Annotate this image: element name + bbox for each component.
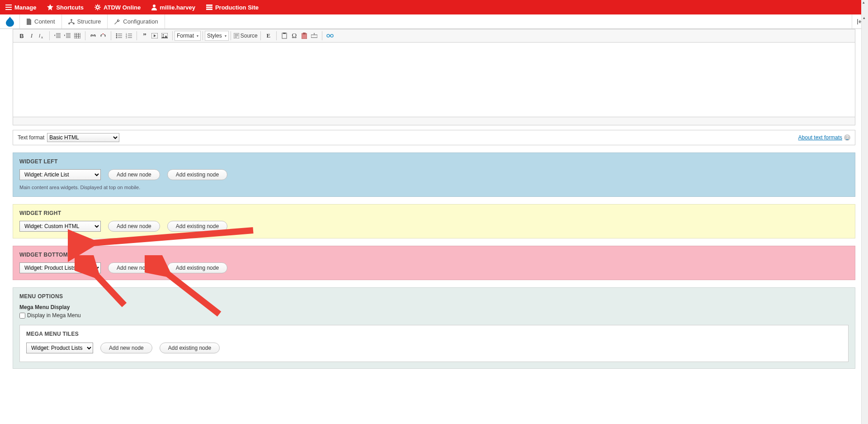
admin-bar: Content Structure Configuration — [0, 14, 868, 29]
menu-options-title: MENU OPTIONS — [19, 293, 849, 300]
atdw-label: ATDW Online — [104, 4, 141, 11]
svg-point-27 — [314, 33, 315, 33]
editor-textarea[interactable] — [13, 43, 855, 117]
manage-label: Manage — [14, 4, 36, 11]
widget-bottom-add-new[interactable]: Add new node — [108, 262, 160, 273]
widget-right-fieldset: WIDGET RIGHT Widget: Custom HTML Add new… — [13, 204, 855, 238]
svg-point-12 — [116, 33, 118, 35]
user-label: millie.harvey — [160, 4, 195, 11]
mega-menu-tiles-title: MEGA MENU TILES — [26, 331, 842, 337]
widget-left-add-new[interactable]: Add new node — [108, 169, 160, 180]
help-icon: ? — [844, 134, 850, 141]
tiles-add-existing[interactable]: Add existing node — [160, 343, 220, 353]
italic-button[interactable]: I — [27, 31, 37, 41]
menu-options-fieldset: MENU OPTIONS Mega Menu Display Display i… — [13, 287, 855, 369]
styles-dropdown[interactable]: Styles ▾ — [205, 31, 229, 41]
hamburger-icon — [5, 5, 12, 10]
content-label: Content — [34, 18, 55, 25]
caret-icon: ▾ — [225, 34, 226, 38]
paste-button[interactable] — [279, 31, 289, 41]
caret-icon: ▾ — [197, 34, 198, 38]
widget-left-title: WIDGET LEFT — [19, 158, 849, 165]
mega-menu-checkbox-wrap[interactable]: Display in Mega Menu — [19, 312, 849, 319]
widget-right-select[interactable]: Widget: Custom HTML — [19, 221, 101, 232]
mega-menu-display-label: Mega Menu Display — [19, 304, 849, 310]
image-button[interactable] — [160, 31, 170, 41]
embed-button[interactable]: E — [264, 31, 274, 41]
widget-left-help: Main content area widgets. Displayed at … — [19, 185, 849, 190]
tiles-add-new[interactable]: Add new node — [100, 343, 152, 353]
site-tab[interactable]: Production Site — [201, 0, 264, 14]
drupal-logo[interactable] — [0, 14, 20, 29]
site-icon — [206, 5, 212, 10]
source-button[interactable]: Source — [232, 33, 259, 39]
gear-icon — [94, 4, 101, 10]
content-link[interactable]: Content — [20, 14, 62, 29]
structure-icon — [68, 19, 75, 24]
shortcuts-tab[interactable]: Shortcuts — [42, 0, 89, 14]
structure-label: Structure — [77, 18, 101, 25]
link-button[interactable] — [88, 31, 98, 41]
about-formats-label: About text formats — [798, 134, 842, 141]
text-format-select[interactable]: Basic HTML — [47, 133, 119, 142]
bold-button[interactable]: B — [17, 31, 27, 41]
bullet-list-button[interactable] — [114, 31, 124, 41]
svg-point-1 — [153, 5, 156, 7]
source-label: Source — [241, 33, 258, 39]
mega-menu-checkbox[interactable] — [19, 313, 25, 319]
widget-bottom-select[interactable]: Widget: Product Lists — [19, 262, 101, 273]
tiles-select[interactable]: Widget: Product Lists — [26, 343, 93, 353]
unlink-button[interactable] — [98, 31, 108, 41]
user-icon — [151, 4, 157, 10]
page-icon — [26, 19, 32, 25]
text-format-label: Text format — [18, 134, 44, 141]
anchor-button[interactable] — [309, 31, 319, 41]
atdw-tab[interactable]: ATDW Online — [89, 0, 146, 14]
widget-bottom-add-existing[interactable]: Add existing node — [167, 262, 227, 273]
svg-point-0 — [96, 6, 99, 9]
svg-text:3: 3 — [126, 36, 127, 38]
remove-format-button[interactable]: Ix — [37, 31, 47, 41]
structure-link[interactable]: Structure — [62, 14, 108, 29]
svg-rect-8 — [857, 19, 858, 24]
outdent-button[interactable] — [52, 31, 62, 41]
about-formats-link[interactable]: About text formats ? — [798, 134, 850, 141]
svg-rect-3 — [206, 7, 212, 8]
format-dropdown-label: Format — [177, 33, 194, 39]
manage-tab[interactable]: Manage — [0, 0, 42, 14]
mega-menu-checkbox-label: Display in Mega Menu — [27, 312, 81, 319]
page-scrollbar[interactable] — [861, 14, 868, 378]
indent-button[interactable] — [62, 31, 72, 41]
templates-button[interactable] — [299, 31, 309, 41]
blockquote-button[interactable]: ” — [140, 31, 150, 41]
svg-point-20 — [163, 34, 164, 36]
svg-rect-25 — [303, 33, 306, 34]
format-dropdown[interactable]: Format ▾ — [175, 31, 201, 41]
widget-right-title: WIDGET RIGHT — [19, 210, 849, 216]
scrollbar-top[interactable] — [861, 0, 868, 14]
user-tab[interactable]: millie.harvey — [146, 0, 201, 14]
widget-left-add-existing[interactable]: Add existing node — [167, 169, 227, 180]
widget-right-add-new[interactable]: Add new node — [108, 221, 160, 232]
linkit-button[interactable] — [325, 31, 335, 41]
number-list-button[interactable]: 123 — [124, 31, 134, 41]
svg-rect-2 — [206, 5, 212, 6]
primary-toolbar: Manage Shortcuts ATDW Online millie.harv… — [0, 0, 868, 14]
table-button[interactable] — [72, 31, 82, 41]
svg-point-13 — [116, 35, 118, 37]
widget-left-select[interactable]: Widget: Article List — [19, 169, 101, 180]
svg-text:I: I — [39, 33, 40, 38]
svg-point-5 — [71, 19, 72, 21]
configuration-link[interactable]: Configuration — [108, 14, 165, 29]
text-format-row: Text format Basic HTML About text format… — [13, 130, 855, 145]
editor-footer — [13, 117, 855, 125]
shortcuts-label: Shortcuts — [56, 4, 84, 11]
widget-left-fieldset: WIDGET LEFT Widget: Article List Add new… — [13, 152, 855, 197]
svg-rect-23 — [283, 33, 286, 34]
media-button[interactable] — [150, 31, 160, 41]
site-label: Production Site — [215, 4, 259, 11]
widget-right-add-existing[interactable]: Add existing node — [167, 221, 227, 232]
svg-point-14 — [116, 37, 118, 38]
specialchar-button[interactable]: Ω — [289, 31, 299, 41]
wrench-icon — [114, 19, 120, 25]
